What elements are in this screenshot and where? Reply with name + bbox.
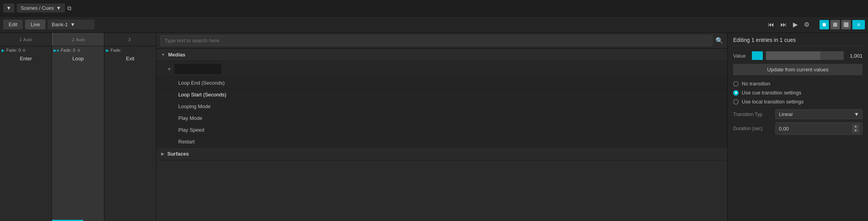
second-bar: Edit Live Bank-1 ▼ ⏮ ⏭ ▶ ⚙ ≡ bbox=[0, 16, 868, 33]
tree-item-loop-start[interactable]: Loop Start (Seconds) bbox=[156, 89, 727, 101]
looping-mode-label: Looping Mode bbox=[178, 103, 210, 109]
transition-type-field-label: Transition Typ bbox=[733, 112, 772, 117]
use-local-label: Use local transition settings bbox=[742, 99, 803, 105]
no-transition-radio[interactable]: No transition bbox=[733, 81, 863, 87]
fade-label-3: Fade: bbox=[111, 48, 122, 53]
view-btn-3[interactable] bbox=[841, 20, 851, 29]
search-input[interactable] bbox=[160, 35, 712, 46]
view-btn-2[interactable] bbox=[830, 20, 840, 29]
cue-header-1[interactable]: 1 Auto bbox=[0, 33, 52, 46]
value-row: Value 1,001 bbox=[733, 51, 863, 60]
play-btn[interactable]: ▶ bbox=[793, 21, 798, 28]
medias-label: Medias bbox=[168, 52, 185, 58]
cue-slot-3-header: ▶ Fade: bbox=[106, 48, 154, 53]
duration-input[interactable]: 0,00 ▲ ▼ bbox=[775, 122, 863, 135]
cue-header-3[interactable]: 3 bbox=[104, 33, 156, 46]
transition-type-arrow: ▼ bbox=[854, 111, 859, 117]
loop-end-label: Loop End (Seconds) bbox=[178, 80, 225, 86]
duration-row: Duration (sec) 0,00 ▲ ▼ bbox=[733, 122, 863, 135]
cue-slots-row: ▶ Fade: 0 ⚙ Enter ▶● Fade: 0 ⚙ Loop ▶ bbox=[0, 46, 156, 221]
cue-num-3: 3 bbox=[128, 37, 131, 42]
loop-start-label: Loop Start (Seconds) bbox=[178, 92, 226, 98]
play-speed-label: Play Speed bbox=[178, 127, 204, 133]
main-area: 1 Auto 2 Auto 3 ▶ Fade: 0 ⚙ Enter bbox=[0, 33, 868, 221]
cue-slot-2-header: ▶● Fade: 0 ⚙ bbox=[54, 48, 102, 53]
duration-decrement[interactable]: ▼ bbox=[852, 129, 859, 133]
top-bar: ▼ Scenes / Cues ▼ ⧉ bbox=[0, 0, 868, 16]
value-label: Value bbox=[733, 53, 749, 59]
use-local-radio-circle bbox=[733, 99, 739, 105]
dropdown-arrow: ▼ bbox=[6, 5, 11, 11]
duration-increment[interactable]: ▲ bbox=[852, 124, 859, 129]
bank-label: Bank-1 bbox=[52, 22, 68, 27]
transition-type-value: Linear bbox=[779, 111, 793, 117]
skip-back-btn[interactable]: ⏮ bbox=[768, 21, 774, 28]
cue-slot-3[interactable]: ▶ Fade: Exit bbox=[104, 46, 156, 221]
tree-item-loop-end[interactable]: Loop End (Seconds) bbox=[156, 77, 727, 89]
cue-header-row: 1 Auto 2 Auto 3 bbox=[0, 33, 156, 46]
update-from-current-btn[interactable]: Update from current values bbox=[733, 64, 863, 75]
color-swatch bbox=[174, 64, 221, 74]
cue-slot-2[interactable]: ▶● Fade: 0 ⚙ Loop bbox=[52, 46, 104, 221]
surfaces-section-header[interactable]: ▶ Surfaces bbox=[156, 148, 727, 160]
gear-icon-2[interactable]: ⚙ bbox=[77, 48, 81, 53]
duration-field-label: Duration (sec) bbox=[733, 126, 772, 131]
settings-btn[interactable]: ⚙ bbox=[804, 21, 809, 28]
transport-controls: ⏮ ⏭ ▶ ⚙ bbox=[768, 21, 809, 28]
no-transition-label: No transition bbox=[742, 81, 770, 87]
tree-item-looping-mode[interactable]: Looping Mode bbox=[156, 101, 727, 112]
live-tab[interactable]: Live bbox=[25, 20, 45, 29]
app-dropdown[interactable]: ▼ bbox=[3, 4, 14, 13]
restart-label: Restart bbox=[178, 139, 195, 145]
bank-select[interactable]: Bank-1 ▼ bbox=[48, 20, 95, 29]
cue-header-2[interactable]: 2 Auto bbox=[52, 33, 105, 46]
value-slider[interactable] bbox=[766, 51, 844, 60]
view-buttons: ≡ bbox=[820, 20, 865, 29]
cue-name-3: Exit bbox=[106, 56, 154, 62]
gear-icon-1[interactable]: ⚙ bbox=[22, 48, 26, 53]
scenes-cues-label: Scenes / Cues bbox=[21, 5, 54, 11]
scenes-cues-arrow: ▼ bbox=[56, 5, 61, 11]
search-icon[interactable]: 🔍 bbox=[716, 37, 723, 44]
cue-name-2: Loop bbox=[54, 56, 102, 62]
center-panel: 🔍 ▼ Medias ▼ Loop End (Seconds) Loop Sta… bbox=[156, 33, 727, 221]
cue-slot-1[interactable]: ▶ Fade: 0 ⚙ Enter bbox=[0, 46, 52, 221]
cue-num-1: 1 bbox=[19, 37, 22, 42]
media-sub-chevron: ▼ bbox=[167, 67, 171, 71]
medias-section-header[interactable]: ▼ Medias bbox=[156, 49, 727, 61]
right-panel: Editing 1 entries in 1 cues Value 1,001 … bbox=[727, 33, 868, 221]
duration-value: 0,00 bbox=[779, 126, 789, 132]
use-cue-radio-circle bbox=[733, 90, 739, 96]
cue-slot-1-header: ▶ Fade: 0 ⚙ bbox=[2, 48, 50, 53]
cue-auto-2: Auto bbox=[76, 37, 85, 42]
search-row: 🔍 bbox=[156, 33, 727, 49]
surfaces-label: Surfaces bbox=[167, 151, 189, 157]
media-sub-header[interactable]: ▼ bbox=[156, 61, 727, 77]
use-local-radio[interactable]: Use local transition settings bbox=[733, 99, 863, 105]
fade-label-2: Fade: 0 bbox=[61, 48, 75, 53]
scenes-cues-btn[interactable]: Scenes / Cues ▼ bbox=[17, 4, 65, 13]
view-btn-1[interactable] bbox=[820, 20, 829, 29]
cue-name-1: Enter bbox=[2, 56, 50, 62]
view-icon-4: ≡ bbox=[857, 22, 860, 28]
view-icon-1 bbox=[823, 23, 826, 26]
cue-auto-1: Auto bbox=[23, 37, 32, 42]
no-transition-radio-circle bbox=[733, 81, 739, 87]
view-icon-2 bbox=[833, 23, 837, 27]
play-icon-2: ▶● bbox=[54, 48, 59, 53]
tree-item-play-speed[interactable]: Play Speed bbox=[156, 124, 727, 136]
fade-label-1: Fade: 0 bbox=[6, 48, 21, 53]
view-btn-4[interactable]: ≡ bbox=[852, 20, 865, 29]
edit-tab[interactable]: Edit bbox=[3, 20, 23, 29]
value-color-box[interactable] bbox=[752, 51, 763, 60]
tree-item-play-mode[interactable]: Play Mode bbox=[156, 112, 727, 124]
play-mode-label: Play Mode bbox=[178, 115, 202, 121]
play-icon-1: ▶ bbox=[2, 48, 5, 53]
use-cue-radio[interactable]: Use cue transition settings bbox=[733, 90, 863, 96]
left-panel: 1 Auto 2 Auto 3 ▶ Fade: 0 ⚙ Enter bbox=[0, 33, 156, 221]
transition-type-select[interactable]: Linear ▼ bbox=[775, 109, 863, 119]
surfaces-chevron: ▶ bbox=[161, 152, 164, 156]
tree-item-restart[interactable]: Restart bbox=[156, 136, 727, 148]
external-link-icon[interactable]: ⧉ bbox=[67, 5, 72, 12]
skip-fwd-btn[interactable]: ⏭ bbox=[780, 21, 787, 28]
